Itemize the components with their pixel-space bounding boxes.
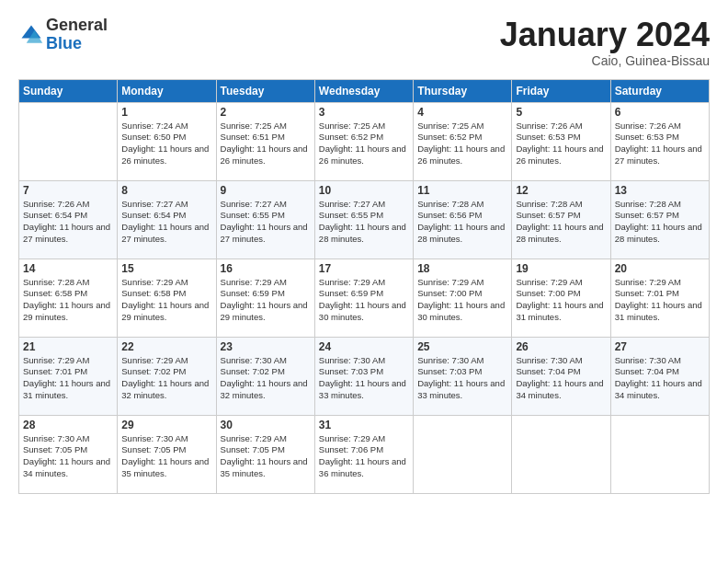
cell-info: Sunrise: 7:29 AM Sunset: 7:01 PM Dayligh… (615, 277, 705, 324)
col-header-thursday: Thursday (414, 79, 512, 102)
cell-4-7: 27Sunrise: 7:30 AM Sunset: 7:04 PM Dayli… (610, 337, 709, 415)
cell-info: Sunrise: 7:27 AM Sunset: 6:54 PM Dayligh… (121, 199, 211, 246)
cell-3-6: 19Sunrise: 7:29 AM Sunset: 7:00 PM Dayli… (512, 259, 610, 337)
cell-info: Sunrise: 7:24 AM Sunset: 6:50 PM Dayligh… (121, 121, 211, 167)
cell-5-2: 29Sunrise: 7:30 AM Sunset: 7:05 PM Dayli… (118, 415, 216, 493)
cell-info: Sunrise: 7:29 AM Sunset: 7:00 PM Dayligh… (417, 277, 507, 324)
cell-info: Sunrise: 7:26 AM Sunset: 6:54 PM Dayligh… (23, 199, 113, 246)
day-number: 11 (417, 184, 507, 197)
cell-info: Sunrise: 7:30 AM Sunset: 7:02 PM Dayligh… (221, 355, 311, 402)
col-header-saturday: Saturday (610, 79, 709, 102)
cell-info: Sunrise: 7:27 AM Sunset: 6:55 PM Dayligh… (319, 199, 409, 246)
day-number: 28 (23, 419, 113, 431)
day-number: 21 (23, 340, 113, 353)
cell-5-4: 31Sunrise: 7:29 AM Sunset: 7:06 PM Dayli… (314, 415, 413, 493)
cell-3-1: 14Sunrise: 7:28 AM Sunset: 6:58 PM Dayli… (19, 259, 118, 337)
logo-text: General Blue (46, 17, 108, 53)
day-number: 12 (516, 184, 606, 197)
cell-info: Sunrise: 7:26 AM Sunset: 6:53 PM Dayligh… (615, 121, 705, 167)
month-title: January 2024 (500, 17, 710, 53)
page: General Blue January 2024 Caio, Guinea-B… (0, 0, 728, 503)
cell-info: Sunrise: 7:29 AM Sunset: 7:05 PM Dayligh… (221, 433, 311, 480)
day-number: 26 (516, 340, 606, 353)
cell-2-5: 11Sunrise: 7:28 AM Sunset: 6:56 PM Dayli… (414, 180, 512, 259)
cell-4-4: 24Sunrise: 7:30 AM Sunset: 7:03 PM Dayli… (314, 337, 413, 415)
cell-1-3: 2Sunrise: 7:25 AM Sunset: 6:51 PM Daylig… (216, 102, 314, 180)
day-number: 30 (221, 419, 311, 431)
day-number: 2 (221, 106, 311, 119)
day-number: 1 (121, 106, 211, 119)
cell-info: Sunrise: 7:27 AM Sunset: 6:55 PM Dayligh… (221, 199, 311, 246)
logo-blue: Blue (46, 35, 108, 53)
cell-info: Sunrise: 7:28 AM Sunset: 6:57 PM Dayligh… (516, 199, 606, 246)
cell-info: Sunrise: 7:30 AM Sunset: 7:05 PM Dayligh… (23, 433, 113, 480)
day-number: 24 (319, 340, 409, 353)
title-area: January 2024 Caio, Guinea-Bissau (500, 17, 710, 68)
cell-1-2: 1Sunrise: 7:24 AM Sunset: 6:50 PM Daylig… (118, 102, 216, 180)
calendar-table: SundayMondayTuesdayWednesdayThursdayFrid… (18, 79, 710, 494)
cell-4-6: 26Sunrise: 7:30 AM Sunset: 7:04 PM Dayli… (512, 337, 610, 415)
cell-4-1: 21Sunrise: 7:29 AM Sunset: 7:01 PM Dayli… (19, 337, 118, 415)
cell-info: Sunrise: 7:26 AM Sunset: 6:53 PM Dayligh… (516, 121, 606, 167)
day-number: 4 (417, 106, 507, 119)
week-row-4: 21Sunrise: 7:29 AM Sunset: 7:01 PM Dayli… (19, 337, 710, 415)
header-row: SundayMondayTuesdayWednesdayThursdayFrid… (19, 79, 710, 102)
cell-5-5 (414, 415, 512, 493)
cell-3-5: 18Sunrise: 7:29 AM Sunset: 7:00 PM Dayli… (414, 259, 512, 337)
cell-3-3: 16Sunrise: 7:29 AM Sunset: 6:59 PM Dayli… (216, 259, 314, 337)
day-number: 3 (319, 106, 409, 119)
cell-1-5: 4Sunrise: 7:25 AM Sunset: 6:52 PM Daylig… (414, 102, 512, 180)
day-number: 31 (319, 419, 409, 431)
cell-2-7: 13Sunrise: 7:28 AM Sunset: 6:57 PM Dayli… (610, 180, 709, 259)
cell-info: Sunrise: 7:28 AM Sunset: 6:56 PM Dayligh… (417, 199, 507, 246)
cell-info: Sunrise: 7:29 AM Sunset: 7:06 PM Dayligh… (319, 433, 409, 480)
cell-info: Sunrise: 7:30 AM Sunset: 7:03 PM Dayligh… (417, 355, 507, 402)
cell-2-3: 9Sunrise: 7:27 AM Sunset: 6:55 PM Daylig… (216, 180, 314, 259)
col-header-tuesday: Tuesday (216, 79, 314, 102)
cell-4-2: 22Sunrise: 7:29 AM Sunset: 7:02 PM Dayli… (118, 337, 216, 415)
cell-info: Sunrise: 7:30 AM Sunset: 7:04 PM Dayligh… (615, 355, 705, 402)
cell-5-6 (512, 415, 610, 493)
cell-3-4: 17Sunrise: 7:29 AM Sunset: 6:59 PM Dayli… (314, 259, 413, 337)
cell-info: Sunrise: 7:28 AM Sunset: 6:58 PM Dayligh… (23, 277, 113, 324)
cell-3-2: 15Sunrise: 7:29 AM Sunset: 6:58 PM Dayli… (118, 259, 216, 337)
cell-info: Sunrise: 7:29 AM Sunset: 7:00 PM Dayligh… (516, 277, 606, 324)
day-number: 29 (121, 419, 211, 431)
day-number: 16 (221, 262, 311, 275)
day-number: 13 (615, 184, 705, 197)
day-number: 8 (121, 184, 211, 197)
day-number: 17 (319, 262, 409, 275)
day-number: 25 (417, 340, 507, 353)
cell-info: Sunrise: 7:29 AM Sunset: 6:58 PM Dayligh… (121, 277, 211, 324)
cell-info: Sunrise: 7:29 AM Sunset: 6:59 PM Dayligh… (221, 277, 311, 324)
cell-info: Sunrise: 7:29 AM Sunset: 6:59 PM Dayligh… (319, 277, 409, 324)
cell-3-7: 20Sunrise: 7:29 AM Sunset: 7:01 PM Dayli… (610, 259, 709, 337)
day-number: 23 (221, 340, 311, 353)
week-row-5: 28Sunrise: 7:30 AM Sunset: 7:05 PM Dayli… (19, 415, 710, 493)
day-number: 9 (221, 184, 311, 197)
cell-info: Sunrise: 7:29 AM Sunset: 7:01 PM Dayligh… (23, 355, 113, 402)
cell-5-1: 28Sunrise: 7:30 AM Sunset: 7:05 PM Dayli… (19, 415, 118, 493)
cell-info: Sunrise: 7:28 AM Sunset: 6:57 PM Dayligh… (615, 199, 705, 246)
cell-1-1 (19, 102, 118, 180)
day-number: 18 (417, 262, 507, 275)
cell-2-4: 10Sunrise: 7:27 AM Sunset: 6:55 PM Dayli… (314, 180, 413, 259)
logo-icon (18, 22, 44, 48)
header: General Blue January 2024 Caio, Guinea-B… (18, 17, 710, 68)
day-number: 19 (516, 262, 606, 275)
cell-1-4: 3Sunrise: 7:25 AM Sunset: 6:52 PM Daylig… (314, 102, 413, 180)
cell-4-3: 23Sunrise: 7:30 AM Sunset: 7:02 PM Dayli… (216, 337, 314, 415)
cell-5-3: 30Sunrise: 7:29 AM Sunset: 7:05 PM Dayli… (216, 415, 314, 493)
logo-general: General (46, 17, 108, 35)
week-row-1: 1Sunrise: 7:24 AM Sunset: 6:50 PM Daylig… (19, 102, 710, 180)
cell-info: Sunrise: 7:30 AM Sunset: 7:05 PM Dayligh… (121, 433, 211, 480)
col-header-monday: Monday (118, 79, 216, 102)
col-header-sunday: Sunday (19, 79, 118, 102)
cell-1-7: 6Sunrise: 7:26 AM Sunset: 6:53 PM Daylig… (610, 102, 709, 180)
week-row-2: 7Sunrise: 7:26 AM Sunset: 6:54 PM Daylig… (19, 180, 710, 259)
day-number: 14 (23, 262, 113, 275)
cell-info: Sunrise: 7:25 AM Sunset: 6:52 PM Dayligh… (319, 121, 409, 167)
cell-info: Sunrise: 7:30 AM Sunset: 7:04 PM Dayligh… (516, 355, 606, 402)
day-number: 15 (121, 262, 211, 275)
cell-2-2: 8Sunrise: 7:27 AM Sunset: 6:54 PM Daylig… (118, 180, 216, 259)
